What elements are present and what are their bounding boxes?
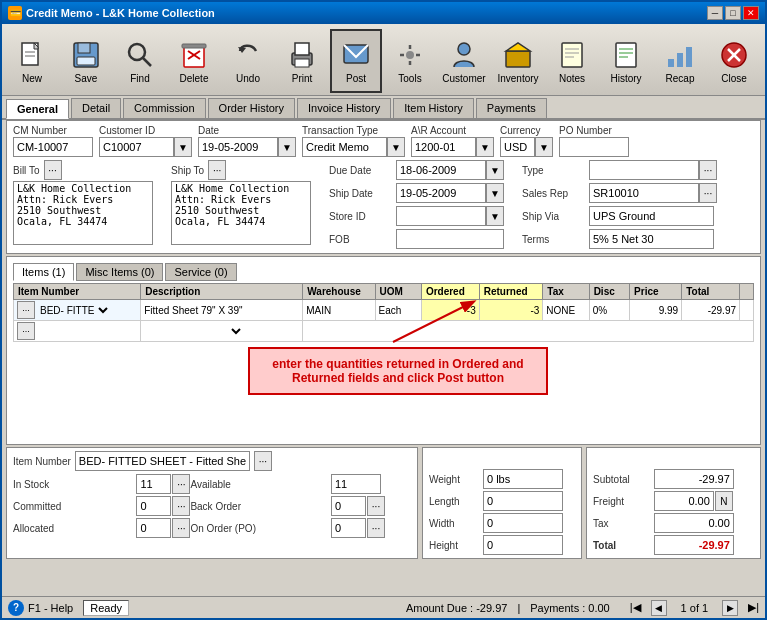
cell-empty-select[interactable] (141, 321, 303, 342)
customer-id-input[interactable] (99, 137, 174, 157)
find-button[interactable]: Find (114, 29, 166, 93)
due-date-btn[interactable]: ▼ (486, 160, 504, 180)
type-btn[interactable]: ··· (699, 160, 717, 180)
tab-payments[interactable]: Payments (476, 98, 547, 118)
terms-input[interactable] (589, 229, 714, 249)
customer-button[interactable]: Customer (438, 29, 490, 93)
tab-item-history[interactable]: Item History (393, 98, 474, 118)
store-id-btn[interactable]: ▼ (486, 206, 504, 226)
items-scroll[interactable]: Item Number Description Warehouse UOM Or… (13, 283, 754, 342)
available-label: Available (190, 479, 327, 490)
delete-button[interactable]: Delete (168, 29, 220, 93)
ship-date-input[interactable] (396, 183, 486, 203)
minimize-button[interactable]: ─ (707, 6, 723, 20)
nav-next-btn[interactable]: ▶ (722, 600, 738, 616)
date-btn[interactable]: ▼ (278, 137, 296, 157)
in-stock-btn[interactable]: ··· (172, 474, 190, 494)
width-input[interactable] (483, 513, 563, 533)
subtotal-input[interactable] (654, 469, 734, 489)
on-order-input[interactable] (331, 518, 366, 538)
maximize-button[interactable]: □ (725, 6, 741, 20)
cell-returned[interactable] (479, 300, 543, 321)
available-input[interactable] (331, 474, 381, 494)
currency-btn[interactable]: ▼ (535, 137, 553, 157)
notes-button[interactable]: Notes (546, 29, 598, 93)
item-number-bottom-btn[interactable]: ··· (254, 451, 272, 471)
post-icon (340, 39, 372, 71)
post-button[interactable]: Post (330, 29, 382, 93)
due-date-input[interactable] (396, 160, 486, 180)
sales-rep-input[interactable] (589, 183, 699, 203)
recap-button[interactable]: Recap (654, 29, 706, 93)
allocated-input[interactable] (136, 518, 171, 538)
tab-misc-items[interactable]: Misc Items (0) (76, 263, 163, 281)
cm-number-input[interactable] (13, 137, 93, 157)
ship-to-textarea[interactable]: L&K Home Collection Attn: Rick Evers 251… (171, 181, 311, 245)
date-input[interactable] (198, 137, 278, 157)
save-button[interactable]: Save (60, 29, 112, 93)
currency-input[interactable] (500, 137, 535, 157)
col-disc: Disc (589, 284, 629, 300)
store-id-input[interactable] (396, 206, 486, 226)
freight-input[interactable] (654, 491, 714, 511)
on-order-label: On Order (PO) (190, 523, 327, 534)
item-dots-btn[interactable]: ··· (17, 301, 35, 319)
empty-select[interactable] (144, 325, 244, 338)
ar-account-input[interactable] (411, 137, 476, 157)
item-select[interactable]: BED- FITTED SHEE (36, 301, 111, 319)
item-number-bottom-input[interactable] (75, 451, 250, 471)
ar-account-btn[interactable]: ▼ (476, 137, 494, 157)
sales-rep-btn[interactable]: ··· (699, 183, 717, 203)
print-button[interactable]: Print (276, 29, 328, 93)
weight-input[interactable] (483, 469, 563, 489)
freight-n-btn[interactable]: N (715, 491, 733, 511)
total-input[interactable] (654, 535, 734, 555)
undo-button[interactable]: Undo (222, 29, 274, 93)
history-button[interactable]: History (600, 29, 652, 93)
transaction-type-btn[interactable]: ▼ (387, 137, 405, 157)
nav-prev-btn[interactable]: ◀ (651, 600, 667, 616)
ordered-input[interactable] (425, 305, 476, 316)
tab-order-history[interactable]: Order History (208, 98, 295, 118)
tab-detail[interactable]: Detail (71, 98, 121, 118)
empty-row-btn[interactable]: ··· (17, 322, 35, 340)
back-order-btn[interactable]: ··· (367, 496, 385, 516)
ship-to-btn[interactable]: ··· (208, 160, 226, 180)
tab-general[interactable]: General (6, 99, 69, 119)
tab-invoice-history[interactable]: Invoice History (297, 98, 391, 118)
find-label: Find (130, 73, 149, 84)
cell-empty-btn[interactable]: ··· (14, 321, 141, 342)
status-ready: Ready (83, 600, 129, 616)
in-stock-input[interactable] (136, 474, 171, 494)
committed-input[interactable] (136, 496, 171, 516)
tools-button[interactable]: Tools (384, 29, 436, 93)
ship-date-btn[interactable]: ▼ (486, 183, 504, 203)
po-number-input[interactable] (559, 137, 629, 157)
bill-to-btn[interactable]: ··· (44, 160, 62, 180)
length-input[interactable] (483, 491, 563, 511)
cell-ordered[interactable] (421, 300, 479, 321)
close-button[interactable]: Close (708, 29, 760, 93)
committed-btn[interactable]: ··· (172, 496, 190, 516)
back-order-input[interactable] (331, 496, 366, 516)
status-bar: ? F1 - Help Ready Amount Due : -29.97 | … (2, 596, 765, 618)
bill-to-textarea[interactable]: L&K Home Collection Attn: Rick Evers 251… (13, 181, 153, 245)
type-input[interactable] (589, 160, 699, 180)
returned-input[interactable] (483, 305, 540, 316)
height-input[interactable] (483, 535, 563, 555)
new-button[interactable]: New (6, 29, 58, 93)
tax-bottom-input[interactable] (654, 513, 734, 533)
tab-service[interactable]: Service (0) (165, 263, 236, 281)
cell-item-number[interactable]: ··· BED- FITTED SHEE (14, 300, 141, 321)
allocated-btn[interactable]: ··· (172, 518, 190, 538)
on-order-btn[interactable]: ··· (367, 518, 385, 538)
inventory-button[interactable]: Inventory (492, 29, 544, 93)
callout-area: enter the quantities returned in Ordered… (13, 342, 754, 442)
tab-commission[interactable]: Commission (123, 98, 206, 118)
customer-id-btn[interactable]: ▼ (174, 137, 192, 157)
tab-items[interactable]: Items (1) (13, 263, 74, 281)
close-window-button[interactable]: ✕ (743, 6, 759, 20)
fob-input[interactable] (396, 229, 504, 249)
ship-via-input[interactable] (589, 206, 714, 226)
transaction-type-input[interactable] (302, 137, 387, 157)
